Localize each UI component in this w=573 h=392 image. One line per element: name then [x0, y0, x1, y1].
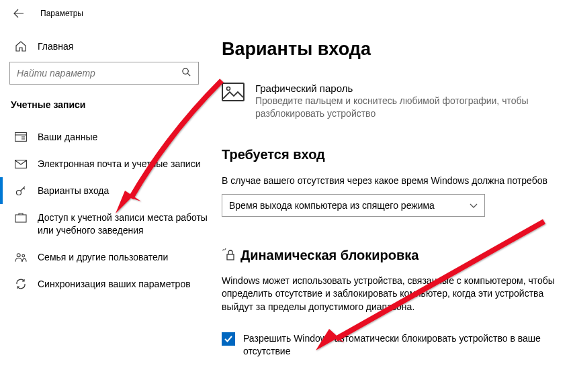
dynamic-lock-heading: Динамическая блокировка [222, 248, 418, 264]
sidebar-item-label: Ваши данные [38, 130, 212, 144]
svg-rect-10 [15, 215, 26, 222]
sync-icon [15, 277, 27, 291]
svg-point-7 [17, 191, 21, 195]
home-label: Главная [38, 41, 73, 52]
picture-icon [222, 83, 245, 101]
svg-line-1 [187, 73, 190, 76]
card-icon [15, 130, 27, 144]
svg-point-12 [22, 254, 25, 257]
sidebar-item-family[interactable]: Семья и другие пользователи [0, 244, 222, 271]
require-signin-desc: В случае вашего отсутствия через какое в… [222, 175, 573, 187]
mail-icon [15, 157, 27, 170]
sidebar-item-label: Варианты входа [38, 184, 212, 197]
dynamic-lock-desc: Windows может использовать устройства, с… [222, 275, 558, 314]
check-icon [224, 334, 233, 344]
briefcase-icon [15, 211, 27, 224]
search-input[interactable] [17, 68, 181, 79]
category-heading: Учетные записи [0, 91, 222, 124]
chevron-down-icon [470, 200, 478, 211]
require-signin-heading: Требуется вход [222, 147, 573, 162]
dynamic-lock-checkbox[interactable] [222, 332, 235, 346]
back-button[interactable] [9, 8, 28, 19]
lock-sparkle-icon [222, 248, 235, 264]
svg-point-13 [227, 87, 230, 91]
sidebar-item-email[interactable]: Электронная почта и учетные записи [0, 150, 222, 177]
home-icon [15, 40, 27, 52]
picture-password-option[interactable]: Графический пароль Проведите пальцем и к… [222, 83, 573, 120]
sidebar-item-your-info[interactable]: Ваши данные [0, 124, 222, 150]
sidebar: Главная Учетные записи Ваши данные Элект… [0, 27, 222, 392]
search-icon [181, 67, 191, 80]
sidebar-item-label: Электронная почта и учетные записи [38, 157, 212, 170]
sidebar-item-label: Семья и другие пользователи [38, 250, 212, 264]
key-icon [15, 184, 27, 197]
select-value: Время выхода компьютера из спящего режим… [229, 200, 470, 211]
svg-line-9 [24, 188, 25, 189]
home-nav[interactable]: Главная [0, 35, 222, 59]
sidebar-item-work-access[interactable]: Доступ к учетной записи места работы или… [0, 204, 222, 244]
option-title: Графический пароль [255, 83, 573, 94]
sidebar-item-label: Доступ к учетной записи места работы или… [38, 211, 212, 237]
search-box[interactable] [9, 62, 199, 85]
people-icon [15, 250, 27, 264]
app-title: Параметры [40, 9, 83, 18]
svg-point-0 [183, 68, 188, 73]
require-signin-select[interactable]: Время выхода компьютера из спящего режим… [222, 194, 485, 217]
sidebar-item-signin-options[interactable]: Варианты входа [0, 177, 222, 204]
page-heading: Варианты входа [222, 39, 573, 60]
svg-rect-14 [227, 254, 234, 260]
svg-point-11 [17, 253, 20, 256]
main-content: Варианты входа Графический пароль Провед… [222, 27, 573, 392]
back-arrow-icon [13, 8, 24, 19]
sidebar-item-label: Синхронизация ваших параметров [38, 277, 212, 291]
dynamic-lock-checkbox-label: Разрешить Windows автоматически блокиров… [243, 332, 545, 358]
option-subtitle: Проведите пальцем и коснитесь любимой фо… [255, 95, 573, 120]
sidebar-item-sync[interactable]: Синхронизация ваших параметров [0, 271, 222, 297]
